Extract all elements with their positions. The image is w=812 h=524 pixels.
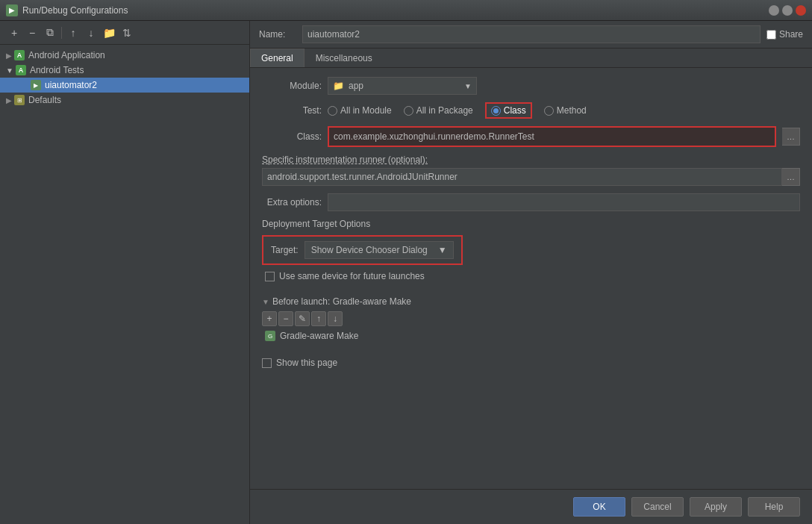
class-row: Class: … (262, 126, 800, 147)
ok-button[interactable]: OK (573, 497, 625, 517)
radio-circle-method (544, 106, 554, 116)
before-launch-header[interactable]: ▼ Before launch: Gradle-aware Make (262, 296, 800, 307)
tab-miscellaneous[interactable]: Miscellaneous (304, 49, 384, 67)
minimize-button[interactable] (769, 5, 779, 16)
config-tree: ▶ A Android Application ▼ A Android Test… (0, 45, 249, 524)
instrumentation-row: Specific instrumentation runner (optiona… (262, 155, 800, 186)
toolbar-separator (61, 27, 62, 39)
cancel-button[interactable]: Cancel (631, 497, 684, 517)
same-device-text: Use same device for future launches (279, 271, 425, 281)
tree-item-android-tests[interactable]: ▼ A Android Tests (0, 63, 249, 78)
close-button[interactable] (796, 5, 806, 16)
content-area: Module: 📁 app ▼ Test: All in Module (250, 68, 812, 489)
name-label: Name: (259, 29, 296, 40)
instrumentation-input[interactable] (262, 168, 782, 186)
share-checkbox[interactable] (766, 30, 776, 40)
before-launch-down-button[interactable]: ↓ (328, 311, 343, 326)
defaults-icon: ⊞ (13, 94, 25, 106)
uiautomator-icon: ▶ (30, 79, 42, 91)
add-config-button[interactable]: + (6, 25, 22, 41)
android-tests-label: Android Tests (30, 65, 84, 75)
help-button[interactable]: Help (748, 497, 800, 517)
main-container: + − ⧉ ↑ ↓ 📁 ⇅ ▶ A Android Application ▼ (0, 21, 812, 524)
gradle-launch-item: G Gradle-aware Make (262, 329, 800, 343)
class-label: Class: (262, 131, 322, 142)
radio-label-all-in-module: All in Module (340, 105, 392, 116)
same-device-row: Use same device for future launches (265, 271, 800, 281)
radio-method[interactable]: Method (544, 105, 587, 116)
collapse-arrow-android-app: ▶ (6, 52, 12, 60)
module-row: Module: 📁 app ▼ (262, 77, 800, 95)
radio-all-in-package[interactable]: All in Package (404, 105, 473, 116)
window-title: Run/Debug Configurations (22, 5, 769, 16)
extra-options-input[interactable] (328, 193, 800, 211)
collapse-arrow-android-tests: ▼ (6, 66, 13, 75)
same-device-label[interactable]: Use same device for future launches (265, 271, 800, 281)
show-page-label-row[interactable]: Show this page (262, 358, 337, 368)
remove-config-button[interactable]: − (24, 25, 40, 41)
radio-label-method: Method (557, 105, 587, 116)
extra-options-label: Extra options: (262, 197, 322, 208)
radio-circle-all-in-module (328, 106, 337, 116)
radio-label-class: Class (504, 105, 526, 116)
left-panel: + − ⧉ ↑ ↓ 📁 ⇅ ▶ A Android Application ▼ (0, 21, 250, 524)
name-input[interactable] (302, 25, 761, 43)
collapse-arrow-defaults: ▶ (6, 96, 12, 105)
share-check: Share (766, 29, 803, 40)
right-panel: Name: Share General Miscellaneous Module… (250, 21, 812, 524)
test-row: Test: All in Module All in Package (262, 102, 800, 119)
module-value: app (349, 81, 363, 91)
tree-toolbar: + − ⧉ ↑ ↓ 📁 ⇅ (0, 21, 249, 45)
test-label: Test: (262, 105, 322, 116)
move-down-button[interactable]: ↓ (83, 25, 99, 41)
defaults-label: Defaults (28, 95, 61, 105)
move-up-button[interactable]: ↑ (65, 25, 81, 41)
tree-item-uiautomator[interactable]: ▶ uiautomator2 (0, 78, 249, 93)
android-tests-icon: A (15, 64, 27, 76)
module-label: Module: (262, 81, 322, 91)
folder-button[interactable]: 📁 (101, 25, 117, 41)
tab-general[interactable]: General (250, 49, 304, 67)
radio-circle-class (491, 106, 501, 116)
tabs-bar: General Miscellaneous (250, 49, 812, 68)
before-launch-edit-button[interactable]: ✎ (295, 311, 310, 326)
apply-button[interactable]: Apply (690, 497, 742, 517)
before-launch-up-button[interactable]: ↑ (311, 311, 326, 326)
before-launch-add-button[interactable]: + (262, 311, 277, 326)
show-page-text: Show this page (276, 358, 337, 368)
extra-options-row: Extra options: (262, 193, 800, 211)
tree-item-android-app[interactable]: ▶ A Android Application (0, 48, 249, 63)
window-controls[interactable] (769, 5, 806, 16)
target-row: Target: Show Device Chooser Dialog ▼ (262, 235, 463, 265)
window-icon: ▶ (6, 4, 18, 16)
gradle-label: Gradle-aware Make (280, 331, 358, 341)
radio-label-all-in-package: All in Package (416, 105, 473, 116)
radio-circle-all-in-package (404, 106, 413, 116)
target-select[interactable]: Show Device Chooser Dialog ▼ (304, 241, 454, 259)
module-dropdown-arrow: ▼ (464, 82, 472, 90)
before-launch-toolbar: + − ✎ ↑ ↓ (262, 311, 800, 326)
test-radio-group: All in Module All in Package Class (328, 102, 587, 119)
sort-button[interactable]: ⇅ (119, 25, 135, 41)
radio-class[interactable]: Class (485, 102, 532, 119)
show-page-row: Show this page (262, 358, 800, 368)
copy-config-button[interactable]: ⧉ (42, 25, 58, 41)
tree-item-defaults[interactable]: ▶ ⊞ Defaults (0, 93, 249, 107)
share-label: Share (779, 29, 803, 40)
show-page-checkbox[interactable] (262, 358, 272, 368)
same-device-checkbox[interactable] (265, 272, 275, 281)
radio-all-in-module[interactable]: All in Module (328, 105, 392, 116)
gradle-icon: G (265, 331, 275, 341)
class-input[interactable] (329, 128, 775, 146)
deployment-section: Deployment Target Options Target: Show D… (262, 219, 800, 281)
class-field-container (328, 126, 776, 147)
module-select[interactable]: 📁 app ▼ (328, 77, 477, 95)
uiautomator-label: uiautomator2 (45, 80, 97, 90)
before-launch-remove-button[interactable]: − (278, 311, 293, 326)
android-app-icon: A (13, 49, 25, 61)
instrumentation-browse-button[interactable]: … (782, 168, 800, 186)
class-browse-button[interactable]: … (782, 128, 800, 146)
maximize-button[interactable] (782, 5, 793, 16)
instrumentation-field-container: … (262, 168, 800, 186)
android-app-label: Android Application (28, 50, 105, 60)
